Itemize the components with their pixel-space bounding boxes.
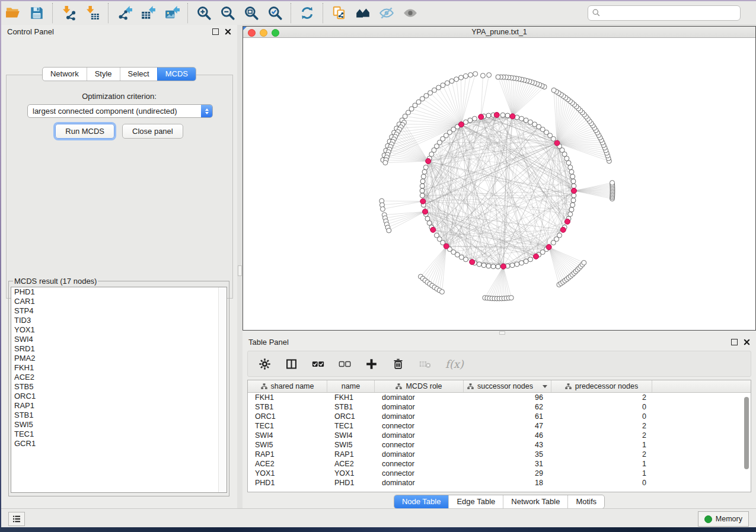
mcds-result-list[interactable]: PHD1CAR1STP4TID3YOX1SWI4SRD1PMA2FKH1ACE2… [11, 287, 227, 493]
network-node[interactable] [491, 264, 496, 269]
leaf-node[interactable] [380, 207, 385, 211]
mcds-hub-node[interactable] [534, 254, 539, 259]
table-row[interactable]: SWI5SWI5connector431 [248, 440, 751, 450]
table-row[interactable]: STB1STB1dominator620 [248, 402, 751, 412]
network-node[interactable] [496, 264, 500, 269]
leaf-node[interactable] [487, 73, 492, 78]
column-header-name[interactable]: name [327, 380, 375, 392]
memory-button[interactable]: Memory [698, 511, 749, 527]
mcds-result-item[interactable]: ACE2 [11, 373, 227, 382]
mcds-result-item[interactable]: STB1 [11, 411, 227, 420]
leaf-node[interactable] [432, 88, 436, 92]
table-scrollbar-thumb[interactable] [744, 397, 749, 469]
leaf-node[interactable] [468, 72, 473, 77]
mcds-hub-node[interactable] [554, 140, 560, 146]
network-node[interactable] [420, 179, 425, 184]
leaf-node[interactable] [610, 181, 615, 185]
network-node[interactable] [524, 259, 528, 264]
node-table[interactable]: shared namenameMCDS rolesuccessor nodesp… [247, 380, 751, 492]
delete-column-button[interactable] [392, 358, 404, 370]
leaf-node[interactable] [463, 74, 468, 79]
mcds-hub-node[interactable] [444, 243, 449, 249]
mcds-hub-node[interactable] [470, 259, 475, 265]
network-node[interactable] [472, 116, 477, 121]
tab-edge-table[interactable]: Edge Table [448, 495, 503, 508]
float-panel-icon[interactable] [731, 339, 738, 345]
network-node[interactable] [519, 261, 524, 265]
mcds-hub-node[interactable] [420, 198, 426, 204]
network-node[interactable] [423, 165, 428, 169]
network-node[interactable] [422, 169, 427, 174]
mcds-result-item[interactable]: YOX1 [11, 325, 227, 335]
import-table-button[interactable] [81, 3, 104, 23]
tab-network[interactable]: Network [43, 68, 87, 81]
network-node[interactable] [486, 264, 491, 268]
network-node[interactable] [420, 193, 425, 198]
table-row[interactable]: YOX1YOX1connector291 [248, 469, 751, 478]
mcds-result-item[interactable]: CAR1 [11, 297, 227, 306]
mcds-result-item[interactable]: TID3 [11, 316, 227, 325]
mcds-hub-node[interactable] [564, 219, 570, 225]
network-node[interactable] [420, 184, 425, 188]
table-row[interactable]: SWI4SWI4dominator462 [248, 431, 751, 440]
leaf-node[interactable] [387, 228, 391, 233]
column-header-predecessor-nodes[interactable]: predecessor nodes [551, 380, 652, 392]
network-node[interactable] [524, 118, 528, 123]
close-panel-icon[interactable] [744, 339, 750, 345]
add-column-button[interactable] [365, 358, 378, 370]
network-node[interactable] [528, 120, 532, 124]
new-network-from-selection-button[interactable] [327, 3, 351, 23]
leaf-node[interactable] [582, 260, 586, 265]
mcds-hub-node[interactable] [422, 209, 428, 214]
network-node[interactable] [570, 174, 575, 179]
network-node[interactable] [557, 233, 562, 238]
mcds-hub-node[interactable] [560, 227, 566, 232]
leaf-node[interactable] [445, 81, 449, 85]
network-canvas[interactable] [243, 38, 755, 330]
show-column-button[interactable] [285, 358, 298, 370]
export-table-button[interactable] [136, 3, 160, 23]
network-node[interactable] [571, 198, 576, 203]
network-node[interactable] [486, 113, 491, 118]
leaf-node[interactable] [436, 85, 441, 90]
mcds-result-item[interactable]: PHD1 [11, 287, 227, 297]
mcds-list-scrollbar[interactable] [218, 287, 227, 492]
splitter-grip[interactable] [238, 265, 242, 276]
network-window-titlebar[interactable]: YPA_prune.txt_1 [243, 27, 755, 38]
tab-select[interactable]: Select [120, 68, 157, 81]
zoom-selected-button[interactable] [263, 3, 287, 23]
select-all-checkboxes-button[interactable] [312, 358, 324, 370]
mcds-hub-node[interactable] [479, 114, 484, 120]
leaf-node[interactable] [449, 79, 454, 84]
mcds-result-item[interactable]: FKH1 [11, 363, 227, 373]
column-header-successor-nodes[interactable]: successor nodes [464, 380, 551, 392]
mcds-result-item[interactable]: SRD1 [11, 344, 227, 354]
export-network-button[interactable] [113, 3, 136, 23]
zoom-in-button[interactable] [192, 3, 216, 23]
close-panel-icon[interactable] [225, 28, 231, 35]
save-session-button[interactable] [25, 3, 49, 23]
splitter-grip[interactable] [499, 331, 505, 335]
float-panel-icon[interactable] [212, 28, 219, 35]
network-node[interactable] [572, 184, 576, 188]
run-mcds-button[interactable]: Run MCDS [55, 124, 114, 139]
leaf-node[interactable] [454, 77, 459, 82]
table-row[interactable]: PHD1PHD1dominator180 [248, 478, 751, 488]
mcds-hub-node[interactable] [500, 264, 506, 269]
network-node[interactable] [425, 216, 430, 221]
mcds-result-item[interactable]: STB5 [11, 382, 227, 392]
tab-mcds[interactable]: MCDS [157, 68, 196, 81]
hide-selected-button[interactable] [375, 3, 398, 23]
mcds-result-item[interactable]: GCR1 [11, 439, 227, 448]
mcds-hub-node[interactable] [430, 227, 436, 232]
vertical-splitter[interactable] [237, 25, 243, 508]
horizontal-splitter[interactable] [243, 331, 756, 335]
network-node[interactable] [568, 212, 573, 217]
leaf-node[interactable] [551, 88, 556, 92]
leaf-node[interactable] [383, 161, 388, 165]
close-panel-button[interactable]: Close panel [122, 124, 183, 139]
mcds-hub-node[interactable] [494, 113, 499, 118]
optimization-criterion-select[interactable]: largest connected component (undirected) [27, 104, 213, 118]
zoom-out-button[interactable] [216, 3, 240, 23]
mcds-result-item[interactable]: TEC1 [11, 430, 227, 439]
